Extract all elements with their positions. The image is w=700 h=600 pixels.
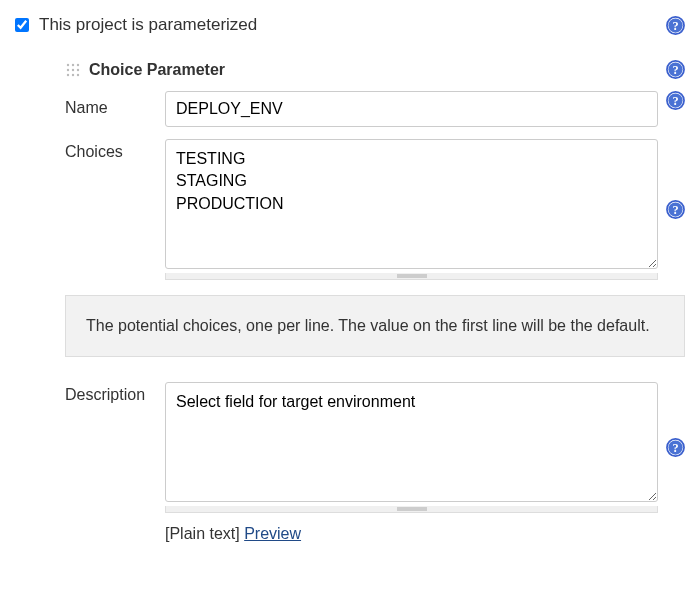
svg-point-9 bbox=[67, 73, 69, 75]
svg-point-7 bbox=[72, 68, 74, 70]
help-icon[interactable]: ? bbox=[666, 200, 685, 219]
svg-text:?: ? bbox=[672, 63, 678, 77]
name-input[interactable] bbox=[165, 91, 658, 127]
help-icon[interactable]: ? bbox=[666, 60, 685, 79]
parameterized-left: This project is parameterized bbox=[15, 15, 257, 35]
help-icon[interactable]: ? bbox=[666, 91, 685, 110]
param-header-left: Choice Parameter bbox=[65, 61, 225, 79]
svg-point-10 bbox=[72, 73, 74, 75]
svg-point-11 bbox=[77, 73, 79, 75]
choices-help-box: The potential choices, one per line. The… bbox=[65, 295, 685, 357]
parameterized-checkbox[interactable] bbox=[15, 18, 29, 32]
help-icon[interactable]: ? bbox=[666, 438, 685, 457]
choices-row: Choices TESTING STAGING PRODUCTION ? bbox=[65, 139, 685, 280]
svg-point-5 bbox=[77, 63, 79, 65]
name-row: Name ? bbox=[65, 91, 685, 127]
resize-bar[interactable] bbox=[165, 506, 658, 513]
choices-label: Choices bbox=[65, 139, 165, 161]
param-header-row: Choice Parameter ? bbox=[65, 60, 685, 79]
svg-point-6 bbox=[67, 68, 69, 70]
description-help-wrap: ? bbox=[658, 438, 685, 457]
svg-text:?: ? bbox=[672, 19, 678, 33]
svg-text:?: ? bbox=[672, 203, 678, 217]
choice-parameter-block: Choice Parameter ? Name ? Choices TESTIN… bbox=[65, 60, 685, 543]
name-input-wrap bbox=[165, 91, 658, 127]
choices-help-wrap: ? bbox=[658, 200, 685, 219]
format-row: [Plain text] Preview bbox=[165, 525, 685, 543]
svg-point-8 bbox=[77, 68, 79, 70]
name-help-wrap: ? bbox=[658, 91, 685, 110]
drag-handle-icon[interactable] bbox=[65, 62, 81, 78]
parameterized-label[interactable]: This project is parameterized bbox=[39, 15, 257, 35]
format-label: [Plain text] bbox=[165, 525, 240, 542]
name-label: Name bbox=[65, 91, 165, 117]
description-input-wrap: Select field for target environment bbox=[165, 382, 658, 513]
svg-point-3 bbox=[67, 63, 69, 65]
preview-link[interactable]: Preview bbox=[244, 525, 301, 542]
choices-textarea[interactable]: TESTING STAGING PRODUCTION bbox=[165, 139, 658, 269]
description-label: Description bbox=[65, 382, 165, 404]
choices-input-wrap: TESTING STAGING PRODUCTION bbox=[165, 139, 658, 280]
help-icon[interactable]: ? bbox=[666, 16, 685, 35]
parameterized-row: This project is parameterized ? bbox=[15, 15, 685, 35]
svg-text:?: ? bbox=[672, 94, 678, 108]
svg-text:?: ? bbox=[672, 441, 678, 455]
description-textarea[interactable]: Select field for target environment bbox=[165, 382, 658, 502]
resize-bar[interactable] bbox=[165, 273, 658, 280]
svg-point-4 bbox=[72, 63, 74, 65]
description-row: Description Select field for target envi… bbox=[65, 382, 685, 513]
param-heading: Choice Parameter bbox=[89, 61, 225, 79]
